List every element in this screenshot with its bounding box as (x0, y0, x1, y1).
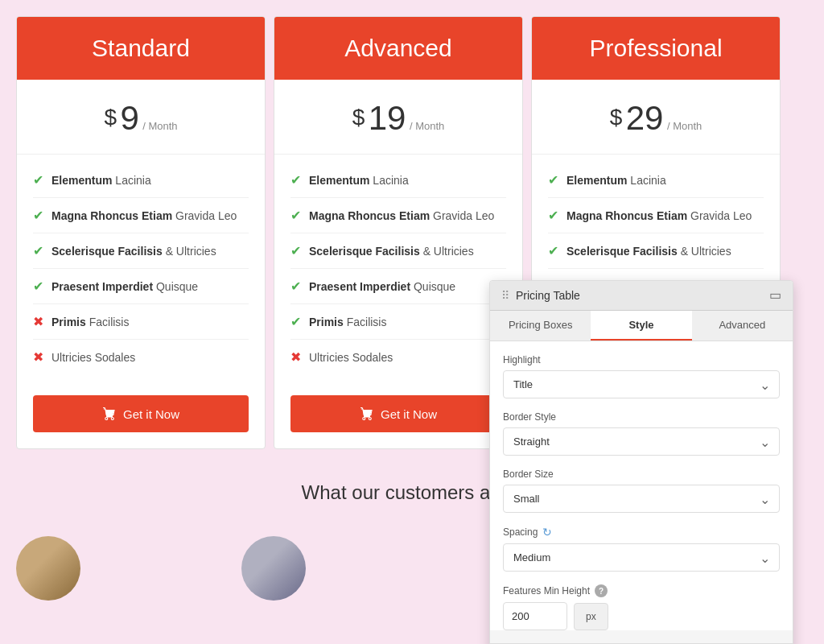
feature-item: ✔ Scelerisque Facilisis & Ultricies (548, 233, 764, 269)
minimize-button[interactable]: ▭ (769, 289, 781, 302)
feature-text: Elementum Lacinia (566, 174, 666, 187)
highlight-select-wrapper: Title Price Features Button (503, 370, 780, 398)
feature-bold: Magna Rhoncus Etiam (566, 209, 687, 222)
feature-text: Scelerisque Facilisis & Ultricies (309, 245, 474, 258)
features-min-height-input[interactable] (503, 602, 567, 630)
card-price-professional: $ 29 / Month (532, 80, 780, 155)
border-style-select[interactable]: Straight Rounded Dotted (503, 427, 780, 456)
card-header-standard: Standard (17, 17, 265, 80)
feature-item: ✔ Scelerisque Facilisis & Ultricies (290, 233, 506, 269)
border-size-label: Border Size (503, 469, 780, 480)
pricing-table-panel: ⠿ Pricing Table ▭ Pricing Boxes Style Ad… (489, 280, 793, 644)
feature-bold: Praesent Imperdiet (52, 280, 153, 293)
features-min-height-input-row: px (503, 602, 780, 630)
get-it-now-button-standard[interactable]: Get it Now (33, 395, 249, 432)
features-min-height-unit: px (574, 603, 608, 630)
border-size-field-group: Border Size Small Medium Large (503, 469, 780, 513)
check-icon: ✔ (33, 243, 43, 258)
feature-item: ✔ Praesent Imperdiet Quisque (290, 269, 506, 304)
feature-text: Ultricies Sodales (52, 351, 135, 364)
feature-text: Ultricies Sodales (309, 351, 393, 364)
feature-item: ✔ Primis Facilisis (290, 304, 506, 340)
feature-bold: Elementum (566, 174, 627, 187)
feature-item: ✔ Magna Rhoncus Etiam Gravida Leo (290, 198, 506, 233)
feature-text: Praesent Imperdiet Quisque (309, 280, 455, 293)
tab-advanced[interactable]: Advanced (692, 311, 793, 341)
feature-item: ✖ Ultricies Sodales (290, 340, 506, 374)
highlight-field-group: Highlight Title Price Features Button (503, 354, 780, 398)
panel-body: Highlight Title Price Features Button Bo… (490, 341, 793, 630)
feature-item: ✔ Elementum Lacinia (290, 163, 506, 198)
feature-bold: Primis (52, 316, 86, 328)
feature-bold: Praesent Imperdiet (309, 280, 410, 293)
price-amount: 9 (120, 99, 138, 137)
check-icon: ✔ (290, 243, 301, 258)
cart-icon (102, 407, 117, 421)
get-it-now-button-advanced[interactable]: Get it Now (290, 395, 506, 432)
highlight-label: Highlight (503, 354, 780, 365)
spinner-icon: ↻ (542, 526, 552, 539)
panel-title: Pricing Table (516, 289, 580, 302)
feature-item: ✔ Scelerisque Facilisis & Ultricies (33, 233, 249, 269)
feature-item: ✔ Praesent Imperdiet Quisque (33, 269, 249, 304)
feature-text: Magna Rhoncus Etiam Gravida Leo (309, 209, 494, 222)
price-amount: 29 (626, 99, 664, 137)
panel-tabs: Pricing Boxes Style Advanced (490, 311, 793, 341)
border-size-select[interactable]: Small Medium Large (503, 485, 780, 513)
feature-bold: Scelerisque Facilisis (566, 245, 678, 258)
feature-bold: Elementum (52, 174, 112, 187)
feature-item: ✔ Elementum Lacinia (548, 163, 764, 198)
card-price-standard: $ 9 / Month (17, 80, 265, 155)
border-style-label: Border Style (503, 411, 780, 423)
help-icon[interactable]: ? (595, 584, 608, 597)
card-header-advanced: Advanced (274, 17, 522, 80)
feature-text: Magna Rhoncus Etiam Gravida Leo (52, 209, 237, 222)
feature-item: ✔ Elementum Lacinia (33, 163, 249, 198)
x-icon: ✖ (33, 349, 43, 365)
pricing-card-advanced: Advanced $ 19 / Month ✔ Elementum Lacini… (274, 16, 523, 449)
feature-bold: Primis (309, 316, 344, 328)
panel-title-area: ⠿ Pricing Table (501, 289, 580, 302)
feature-text: Elementum Lacinia (309, 174, 409, 187)
panel-header: ⠿ Pricing Table ▭ (490, 281, 793, 311)
dollar-sign: $ (610, 105, 623, 130)
spacing-select[interactable]: Small Medium Large (503, 543, 780, 572)
feature-text: Praesent Imperdiet Quisque (52, 280, 198, 293)
features-min-height-group: Features Min Height ? px (503, 584, 780, 630)
check-icon: ✔ (290, 208, 301, 223)
feature-text: Primis Facilisis (52, 316, 129, 328)
check-icon: ✔ (33, 279, 43, 294)
card-features-advanced: ✔ Elementum Lacinia ✔ Magna Rhoncus Etia… (274, 155, 522, 382)
feature-text: Scelerisque Facilisis & Ultricies (566, 245, 731, 258)
check-icon: ✔ (290, 279, 301, 294)
spacing-select-wrapper: Small Medium Large (503, 543, 780, 572)
feature-item: ✔ Magna Rhoncus Etiam Gravida Leo (548, 198, 764, 233)
feature-bold: Magna Rhoncus Etiam (309, 209, 430, 222)
cart-icon (360, 407, 374, 421)
feature-bold: Magna Rhoncus Etiam (52, 209, 172, 222)
check-icon: ✔ (548, 243, 558, 258)
avatar-1 (16, 536, 80, 601)
feature-text: Magna Rhoncus Etiam Gravida Leo (566, 209, 752, 222)
check-icon: ✔ (548, 172, 558, 188)
feature-item: ✖ Ultricies Sodales (33, 340, 249, 374)
pricing-card-standard: Standard $ 9 / Month ✔ Elementum Lacinia… (16, 16, 266, 449)
spacing-field-group: Spacing ↻ Small Medium Large (503, 526, 780, 572)
price-period: / Month (410, 120, 444, 132)
highlight-select[interactable]: Title Price Features Button (503, 370, 780, 398)
price-amount: 19 (369, 99, 406, 137)
feature-bold: Scelerisque Facilisis (52, 245, 163, 258)
tab-pricing-boxes[interactable]: Pricing Boxes (490, 311, 591, 341)
dollar-sign: $ (104, 105, 117, 130)
feature-bold: Scelerisque Facilisis (309, 245, 420, 258)
drag-icon: ⠿ (501, 289, 509, 302)
dollar-sign: $ (352, 105, 365, 130)
avatar-2 (241, 536, 306, 601)
price-period: / Month (142, 120, 177, 132)
feature-text: Primis Facilisis (309, 316, 386, 328)
border-style-field-group: Border Style Straight Rounded Dotted (503, 411, 780, 456)
tab-style[interactable]: Style (591, 311, 691, 341)
features-min-height-label: Features Min Height ? (503, 584, 780, 597)
price-period: / Month (667, 120, 702, 132)
feature-text: Elementum Lacinia (52, 174, 151, 187)
